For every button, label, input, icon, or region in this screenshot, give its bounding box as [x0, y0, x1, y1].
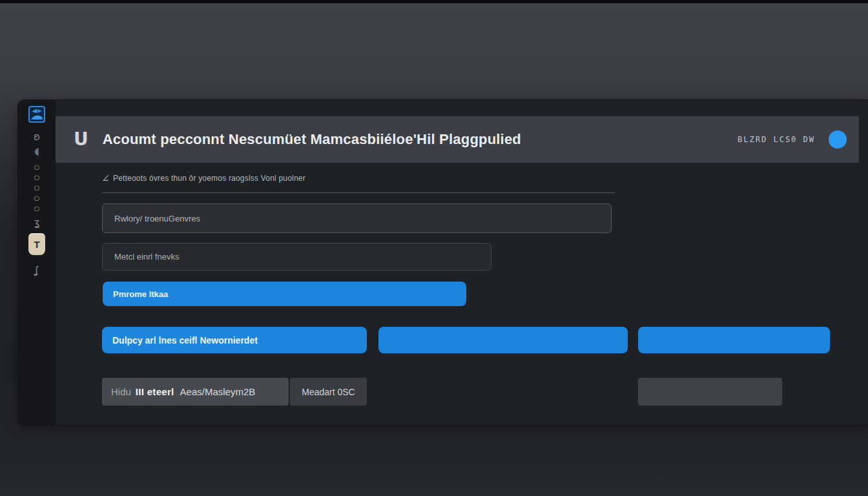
- subtitle-text: Petteoots óvres thun ôr yoemos raogslss …: [113, 174, 305, 183]
- bottom-tab-row: Hidu III eteerl Aeas/Masleym2B Meadart 0…: [18, 378, 868, 406]
- dot-icon-5[interactable]: ○: [34, 204, 40, 212]
- tab-1-label-dim: Hidu: [111, 386, 131, 397]
- tab-1[interactable]: Hidu III eteerl Aeas/Masleym2B: [102, 378, 289, 406]
- app-logo-icon[interactable]: [28, 106, 45, 123]
- badge-icon[interactable]: ʚ: [34, 132, 40, 142]
- action-button-1[interactable]: Dulpcy arl lnes ceifl Newornierdet: [102, 327, 367, 353]
- page-title: Acoumt pecconnt Nescumüet Mamcasbiiéloe'…: [103, 131, 521, 148]
- tab-1-label: Aeas/Masleym2B: [180, 386, 256, 397]
- tab-2[interactable]: Meadart 0SC: [290, 378, 367, 406]
- tab-1-label-bold: III eteerl: [136, 386, 174, 397]
- text-field-1[interactable]: Rwlory/ troenuGenvres: [102, 203, 612, 233]
- header-meta-text: BLZRD LCS0 DW: [738, 135, 815, 144]
- header-logo-icon: U: [74, 130, 88, 149]
- tab-3[interactable]: [638, 378, 782, 406]
- tag-icon[interactable]: T: [28, 233, 45, 255]
- dot-icon-3[interactable]: ○: [34, 183, 40, 192]
- dot-icon-4[interactable]: ○: [34, 194, 40, 202]
- text-field-1-value: Rwlory/ troenuGenvres: [114, 214, 200, 223]
- divider: [102, 192, 615, 193]
- top-strip: [0, 0, 868, 3]
- moon-icon[interactable]: ◖: [34, 146, 39, 156]
- key-icon[interactable]: ʆ: [35, 265, 38, 276]
- primary-button[interactable]: Pmrome ltkaa: [103, 282, 466, 306]
- app-window: ʚ ◖ ○ ○ ○ ○ ○ ʓ T ʆ U Acoumt pecconnt Ne…: [18, 100, 868, 425]
- dot-icon-2[interactable]: ○: [34, 173, 40, 181]
- action-button-row: Dulpcy arl lnes ceifl Newornierdet: [18, 327, 868, 353]
- text-field-2-value: Metcl einrl fnevks: [114, 252, 179, 262]
- wave-icon[interactable]: ʓ: [34, 218, 40, 228]
- action-button-2[interactable]: [378, 327, 628, 353]
- action-button-3[interactable]: [638, 327, 830, 353]
- section-subtitle: ∠Petteoots óvres thun ôr yoemos raogslss…: [102, 174, 305, 183]
- text-field-2[interactable]: Metcl einrl fnevks: [102, 243, 491, 271]
- subtitle-mark-icon: ∠: [102, 174, 109, 183]
- avatar[interactable]: [829, 130, 847, 149]
- sidebar: ʚ ◖ ○ ○ ○ ○ ○ ʓ T ʆ: [18, 100, 56, 425]
- header-bar: U Acoumt pecconnt Nescumüet Mamcasbiiélo…: [56, 116, 859, 163]
- dot-icon-1[interactable]: ○: [34, 163, 40, 171]
